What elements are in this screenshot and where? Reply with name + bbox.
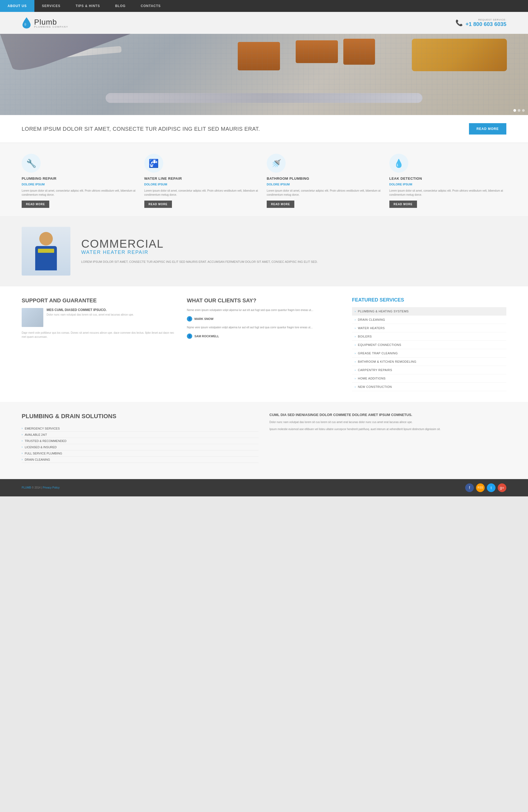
- featured-label-5: GREASE TRAP CLEANING: [358, 352, 398, 355]
- hero-tagline: LOREM IPSUM DOLOR SIT AMET, CONSECTE TUR…: [22, 125, 260, 133]
- client-2-avatar: 👤: [187, 333, 192, 339]
- featured-link-8[interactable]: › HOME ADDITIONS: [352, 374, 506, 382]
- chevron-icon-0: ›: [355, 310, 356, 313]
- footer-privacy-link[interactable]: Privacy Policy: [43, 486, 60, 489]
- social-icons: f RSS t g+: [465, 483, 506, 492]
- commercial-desc: LOREM IPSUM DOLOR SIT AMET, CONSECTE TUR…: [81, 260, 506, 264]
- featured-link-4[interactable]: › EQUIPMENT CONNECTIONS: [352, 341, 506, 349]
- chevron-icon-9: ›: [355, 386, 356, 388]
- hero-dot-3[interactable]: [522, 109, 525, 112]
- featured-item-2: › WATER HEATERS: [352, 324, 506, 332]
- social-rss-button[interactable]: RSS: [476, 483, 485, 492]
- chevron-icon-6: ›: [355, 360, 356, 363]
- social-twitter-button[interactable]: t: [487, 483, 496, 492]
- featured-label-6: BATHROOM & KITCHEN REMODELING: [358, 360, 416, 363]
- service-btn-4[interactable]: READ MORE: [389, 201, 417, 208]
- drain-list-label-5: DRAIN CLEANING: [25, 458, 50, 461]
- nav-tips[interactable]: TIPS & HINTS: [68, 0, 108, 12]
- contact-label: REQUEST SERVICE:: [466, 18, 506, 21]
- featured-link-7[interactable]: › CARPENTRY REPAIRS: [352, 366, 506, 374]
- main-nav: ABOUT US SERVICES TIPS & HINTS BLOG CONT…: [0, 0, 528, 12]
- site-header: Plumb PLUMBING COMPANY 📞 REQUEST SERVICE…: [0, 12, 528, 34]
- drain-chevron-3: ›: [22, 446, 23, 449]
- nav-blog[interactable]: BLOG: [108, 0, 133, 12]
- commercial-worker-image: [22, 227, 70, 276]
- featured-item-8: › HOME ADDITIONS: [352, 374, 506, 383]
- support-profile: MES CUML DIASED COMMET IPSUCO. Dolor nun…: [22, 308, 176, 327]
- featured-link-5[interactable]: › GREASE TRAP CLEANING: [352, 349, 506, 357]
- service-desc-1: Lorem ipsum dolor sit amet, consectetur …: [22, 189, 139, 197]
- chevron-icon-1: ›: [355, 318, 356, 321]
- featured-link-2[interactable]: › WATER HEATERS: [352, 324, 506, 332]
- featured-label-4: EQUIPMENT CONNECTIONS: [358, 343, 401, 346]
- services-grid: 🔧 PLUMBING REPAIR DOLORE IPSUM Lorem ips…: [22, 154, 506, 208]
- chevron-icon-8: ›: [355, 377, 356, 380]
- clients-column: WHAT OUR CLIENTS SAY? Neme enim ipsum vo…: [187, 297, 341, 391]
- support-title: SUPPORT AND GUARANTEE: [22, 297, 176, 304]
- featured-item-3: › BOILERS: [352, 332, 506, 341]
- support-body-text: Dapr merit vole poltibeur qus los comas.…: [22, 331, 176, 339]
- footer-copyright: PLUMB © 2014 | Privacy Policy: [22, 486, 60, 489]
- featured-link-9[interactable]: › NEW CONSTRUCTION: [352, 383, 506, 391]
- service-subtitle-4: DOLORE IPSUM: [389, 183, 506, 186]
- three-column-section: SUPPORT AND GUARANTEE MES CUML DIASED CO…: [0, 286, 528, 402]
- hero-dot-1[interactable]: [513, 109, 516, 112]
- featured-item-4: › EQUIPMENT CONNECTIONS: [352, 341, 506, 349]
- featured-label-2: WATER HEATERS: [358, 327, 385, 330]
- service-desc-4: Lorem ipsum dolor sit amet, consectetur …: [389, 189, 506, 197]
- client-2-name: 👤 SAM ROCKWELL: [187, 333, 341, 339]
- featured-label-9: NEW CONSTRUCTION: [358, 385, 392, 388]
- hero-dot-2[interactable]: [518, 109, 520, 112]
- water-line-icon: 🚰: [149, 159, 159, 168]
- featured-link-0[interactable]: › PLUMBING & HEATING SYSTEMS: [352, 307, 506, 315]
- footer-copy: © 2014: [32, 486, 40, 489]
- service-btn-3[interactable]: READ MORE: [267, 201, 294, 208]
- hero-banner: [0, 34, 528, 115]
- contact-info: 📞 REQUEST SERVICE: +1 800 603 6035: [455, 18, 506, 27]
- featured-link-6[interactable]: › BATHROOM & KITCHEN REMODELING: [352, 358, 506, 366]
- service-btn-1[interactable]: READ MORE: [22, 201, 49, 208]
- footer-brand-link[interactable]: PLUMB: [22, 486, 31, 489]
- social-googleplus-button[interactable]: g+: [498, 483, 506, 492]
- logo-drop-icon: [22, 17, 31, 29]
- testimonial-2-text: Nqme vere ipsum volutpaten volpt alpema …: [187, 325, 341, 330]
- drain-section: PLUMBING & DRAIN SOLUTIONS › EMERGENCY S…: [0, 402, 528, 479]
- chevron-icon-2: ›: [355, 327, 356, 330]
- hero-read-more-button[interactable]: READ MORE: [469, 123, 506, 134]
- service-card-bathroom: 🚿 BATHROOM PLUMBING DOLORE IPSUM Lorem i…: [267, 154, 384, 208]
- nav-services[interactable]: SERVICES: [34, 0, 68, 12]
- service-subtitle-2: DOLORE IPSUM: [144, 183, 261, 186]
- contact-phone[interactable]: +1 800 603 6035: [466, 21, 506, 27]
- service-card-plumbing-repair: 🔧 PLUMBING REPAIR DOLORE IPSUM Lorem ips…: [22, 154, 139, 208]
- profile-name: MES CUML DIASED COMMET IPSUCO.: [46, 308, 134, 312]
- social-facebook-button[interactable]: f: [465, 483, 474, 492]
- testimonial-1-text: Neme enim ipsum volutpaten volpt alpema …: [187, 308, 341, 313]
- svg-point-0: [24, 23, 27, 26]
- drain-right: CUML DIA SED INENIASINGE DOLOR COMMETE D…: [269, 413, 506, 468]
- nav-about[interactable]: ABOUT US: [0, 0, 34, 12]
- drain-list-label-0: EMERGENCY SERVICES: [25, 427, 60, 430]
- leak-detection-icon: 💧: [394, 159, 404, 168]
- nav-contacts[interactable]: CONTACTS: [133, 0, 168, 12]
- drain-title: PLUMBING & DRAIN SOLUTIONS: [22, 413, 259, 420]
- service-desc-2: Lorem ipsum dolor sit amet, consectetur …: [144, 189, 261, 197]
- service-title-1: PLUMBING REPAIR: [22, 176, 139, 181]
- drain-chevron-2: ›: [22, 439, 23, 442]
- service-title-3: BATHROOM PLUMBING: [267, 176, 384, 181]
- featured-link-3[interactable]: › BOILERS: [352, 332, 506, 340]
- site-footer: PLUMB © 2014 | Privacy Policy f RSS t g+: [0, 479, 528, 496]
- services-section: 🔧 PLUMBING REPAIR DOLORE IPSUM Lorem ips…: [0, 143, 528, 216]
- featured-link-1[interactable]: › DRAIN CLEANING: [352, 316, 506, 324]
- drain-list-item-5: › DRAIN CLEANING: [22, 456, 259, 463]
- profile-image: [22, 308, 43, 327]
- drain-content-text-1: Dolor nunc nam volutpat das lorem sit cu…: [269, 420, 506, 424]
- hero-background: [0, 34, 528, 115]
- profile-description: Dolor nunc nam volutpat das lorem sit cu…: [46, 313, 134, 317]
- plumbing-repair-icon: 🔧: [26, 159, 36, 168]
- phone-icon: 📞: [455, 19, 463, 27]
- service-subtitle-3: DOLORE IPSUM: [267, 183, 384, 186]
- logo[interactable]: Plumb PLUMBING COMPANY: [22, 17, 68, 29]
- service-title-2: WATER LINE REPAIR: [144, 176, 261, 181]
- featured-label-3: BOILERS: [358, 335, 372, 338]
- service-btn-2[interactable]: READ MORE: [144, 201, 172, 208]
